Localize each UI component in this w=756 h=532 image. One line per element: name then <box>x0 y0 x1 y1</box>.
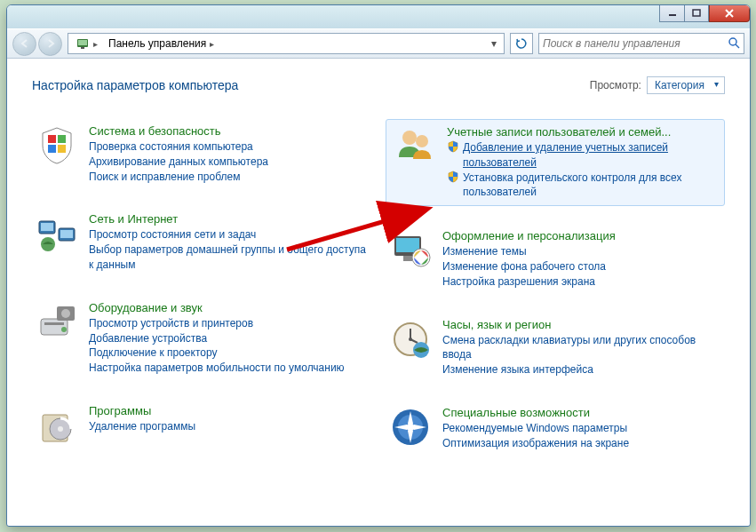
close-button[interactable] <box>709 4 750 22</box>
link-text: Изменение фона рабочего стола <box>442 259 606 274</box>
category-clock: Часы, язык и регионСмена раскладки клави… <box>386 313 725 383</box>
category-title[interactable]: Специальные возможности <box>442 406 721 419</box>
address-root-icon[interactable]: ▸ <box>70 34 103 53</box>
view-selector: Просмотр: Категория <box>590 76 725 94</box>
access-icon <box>389 406 432 449</box>
link-text: Изменение языка интерфейса <box>442 362 593 377</box>
address-dropdown-button[interactable]: ▾ <box>486 37 502 50</box>
category-title[interactable]: Оборудование и звук <box>89 301 368 314</box>
clock-icon <box>389 318 432 361</box>
link-text: Поиск и исправление проблем <box>89 170 240 185</box>
svg-rect-8 <box>58 135 66 143</box>
svg-rect-12 <box>41 223 53 231</box>
category-link[interactable]: Изменение языка интерфейса <box>442 362 721 377</box>
maximize-button[interactable] <box>684 4 709 22</box>
link-text: Смена раскладки клавиатуры или других сп… <box>442 333 721 363</box>
category-link[interactable]: Архивирование данных компьютера <box>89 155 368 170</box>
category-hardware: Оборудование и звукПросмотр устройств и … <box>32 296 371 381</box>
link-text: Подключение к проектору <box>89 345 218 361</box>
svg-rect-3 <box>78 40 87 45</box>
category-link[interactable]: Подключение к проектору <box>89 345 368 361</box>
svg-point-25 <box>416 135 428 147</box>
svg-rect-0 <box>669 14 676 16</box>
svg-point-18 <box>61 327 67 332</box>
shield-icon <box>447 140 459 153</box>
network-icon <box>36 212 78 255</box>
svg-point-23 <box>58 426 63 432</box>
category-link[interactable]: Просмотр устройств и принтеров <box>89 316 368 331</box>
control-panel-window: ▸ Панель управления ▸ ▾ Настройка параме… <box>6 4 751 527</box>
chevron-right-icon: ▸ <box>93 39 98 49</box>
link-text: Оптимизация изображения на экране <box>442 436 629 451</box>
svg-rect-4 <box>81 47 84 49</box>
link-text: Настройка разрешения экрана <box>442 274 595 290</box>
category-link[interactable]: Поиск и исправление проблем <box>89 170 368 185</box>
back-button[interactable] <box>12 32 36 56</box>
category-system: Система и безопасностьПроверка состояния… <box>32 119 371 189</box>
svg-rect-28 <box>403 256 412 261</box>
category-link[interactable]: Оптимизация изображения на экране <box>442 436 721 451</box>
category-title[interactable]: Учетные записи пользователей и семей... <box>447 125 717 139</box>
category-title[interactable]: Оформление и персонализация <box>442 229 721 242</box>
chevron-right-icon: ▸ <box>210 39 214 49</box>
search-input[interactable] <box>543 37 728 50</box>
minimize-button[interactable] <box>659 4 684 22</box>
link-text: Добавление и удаление учетных записей по… <box>463 140 717 171</box>
category-link[interactable]: Выбор параметров домашней группы и общег… <box>89 242 368 273</box>
navbar: ▸ Панель управления ▸ ▾ <box>7 28 750 59</box>
search-icon <box>728 36 740 52</box>
link-text: Удаление программы <box>89 419 195 434</box>
category-title[interactable]: Сеть и Интернет <box>89 212 368 226</box>
svg-point-20 <box>61 309 70 318</box>
category-title[interactable]: Система и безопасность <box>89 124 368 138</box>
category-link[interactable]: Настройка параметров мобильности по умол… <box>89 361 368 376</box>
category-link[interactable]: Установка родительского контроля для все… <box>447 171 717 201</box>
link-text: Добавление устройства <box>89 331 207 346</box>
link-text: Изменение темы <box>442 244 527 259</box>
category-link[interactable]: Настройка разрешения экрана <box>442 274 721 290</box>
address-bar[interactable]: ▸ Панель управления ▸ ▾ <box>68 33 505 54</box>
category-link[interactable]: Удаление программы <box>89 419 368 434</box>
forward-button[interactable] <box>38 32 62 56</box>
category-title[interactable]: Часы, язык и регион <box>442 318 721 331</box>
link-text: Рекомендуемые Windows параметры <box>442 421 627 436</box>
category-link[interactable]: Изменение темы <box>442 244 721 259</box>
hardware-icon <box>36 301 78 344</box>
search-box[interactable] <box>538 33 744 54</box>
category-link[interactable]: Смена раскладки клавиатуры или других сп… <box>442 333 721 363</box>
svg-rect-14 <box>60 230 73 238</box>
svg-point-29 <box>412 249 430 266</box>
category-link[interactable]: Добавление устройства <box>89 331 368 346</box>
category-title[interactable]: Программы <box>89 404 368 417</box>
link-text: Установка родительского контроля для все… <box>463 171 717 201</box>
svg-rect-16 <box>41 319 68 335</box>
link-text: Просмотр состояния сети и задач <box>89 227 256 242</box>
titlebar[interactable] <box>7 5 750 28</box>
category-link[interactable]: Проверка состояния компьютера <box>89 139 368 155</box>
link-text: Выбор параметров домашней группы и общег… <box>89 242 368 273</box>
svg-rect-7 <box>48 135 56 143</box>
category-programs: ПрограммыУдаление программы <box>32 399 371 452</box>
page-title: Настройка параметров компьютера <box>32 78 238 92</box>
link-text: Просмотр устройств и принтеров <box>89 316 253 331</box>
category-link[interactable]: Изменение фона рабочего стола <box>442 259 721 274</box>
category-link[interactable]: Рекомендуемые Windows параметры <box>442 421 721 436</box>
svg-point-24 <box>402 131 417 145</box>
category-network: Сеть и ИнтернетПросмотр состояния сети и… <box>32 207 371 277</box>
category-users: Учетные записи пользователей и семей...Д… <box>386 119 725 206</box>
breadcrumb-control-panel[interactable]: Панель управления ▸ <box>103 34 219 53</box>
system-icon <box>36 124 78 167</box>
svg-rect-1 <box>693 10 700 16</box>
svg-rect-10 <box>58 145 66 153</box>
refresh-button[interactable] <box>510 33 533 54</box>
svg-rect-9 <box>48 145 56 153</box>
view-label: Просмотр: <box>590 79 641 91</box>
link-text: Настройка параметров мобильности по умол… <box>89 361 345 376</box>
control-panel-icon <box>76 36 90 51</box>
category-link[interactable]: Просмотр состояния сети и задач <box>89 227 368 242</box>
svg-point-5 <box>729 38 736 45</box>
svg-rect-17 <box>44 322 64 325</box>
shield-icon <box>447 171 459 183</box>
category-link[interactable]: Добавление и удаление учетных записей по… <box>447 140 717 171</box>
view-combo[interactable]: Категория <box>647 76 725 94</box>
